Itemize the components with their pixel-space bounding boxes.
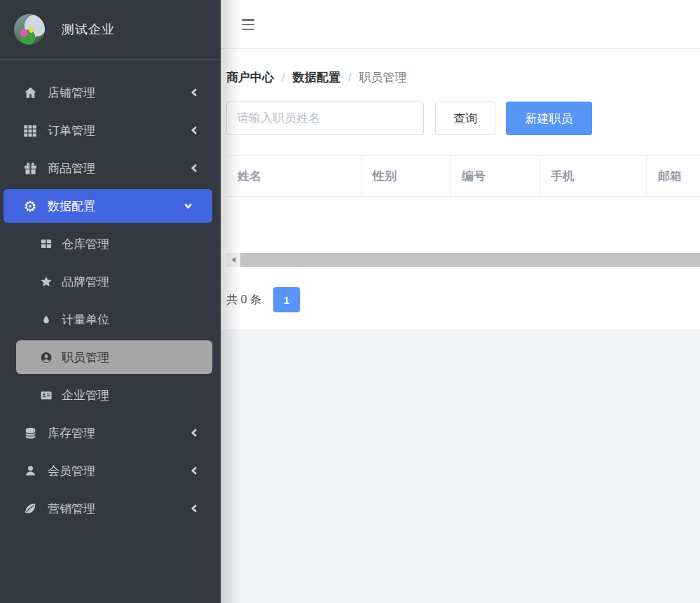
sidebar-item-marketing-management[interactable]: 营销管理 — [0, 492, 221, 525]
company-logo — [14, 14, 45, 45]
gift-icon — [22, 161, 38, 176]
leaf-icon — [22, 501, 38, 515]
table-header-number: 编号 — [451, 155, 540, 196]
chevron-left-icon — [189, 125, 198, 136]
sidebar-menu: 店铺管理 订单管理 — [0, 60, 221, 525]
sidebar-item-label: 店铺管理 — [48, 85, 95, 101]
table-header-name: 姓名 — [226, 155, 362, 196]
user-circle-icon — [40, 351, 53, 364]
sidebar-item-label: 会员管理 — [48, 463, 95, 479]
breadcrumb: 商户中心 / 数据配置 / 职员管理 — [226, 69, 406, 85]
breadcrumb-data-config[interactable]: 数据配置 — [293, 69, 341, 85]
sidebar-item-inventory-management[interactable]: 库存管理 — [0, 416, 221, 450]
sidebar-item-order-management[interactable]: 订单管理 — [0, 113, 221, 147]
main-content: 商户中心 / 数据配置 / 职员管理 查询 新建职员 姓名 性别 编号 手机 邮… — [221, 0, 700, 603]
table-icon — [40, 237, 53, 250]
table-header-email: 邮箱 — [647, 155, 700, 196]
sidebar-item-member-management[interactable]: 会员管理 — [0, 454, 221, 487]
sidebar-item-label: 商品管理 — [48, 160, 95, 176]
sidebar-item-label: 企业管理 — [62, 387, 109, 403]
chevron-down-icon — [183, 201, 193, 211]
sidebar-item-staff-management[interactable]: 职员管理 — [16, 340, 212, 374]
sidebar: 测试企业 店铺管理 订单管 — [0, 0, 221, 603]
table-header-mobile: 手机 — [540, 155, 647, 196]
breadcrumb-separator: / — [348, 71, 352, 85]
sidebar-item-brand-management[interactable]: 品牌管理 — [0, 265, 221, 298]
create-staff-button[interactable]: 新建职员 — [506, 102, 592, 135]
gear-icon: ⚙ — [22, 199, 38, 214]
staff-name-search-input[interactable] — [226, 102, 424, 135]
chevron-left-icon — [189, 503, 198, 514]
table-body-empty — [226, 197, 700, 253]
sidebar-item-data-config[interactable]: ⚙ 数据配置 — [4, 189, 212, 223]
sidebar-item-label: 职员管理 — [62, 349, 109, 366]
home-icon — [22, 85, 38, 100]
chevron-left-icon — [189, 465, 198, 476]
breadcrumb-current-page: 职员管理 — [359, 69, 406, 85]
breadcrumb-merchant-center[interactable]: 商户中心 — [226, 69, 274, 85]
hamburger-menu-icon[interactable] — [242, 19, 254, 30]
sidebar-item-label: 仓库管理 — [62, 236, 109, 252]
table-header-gender: 性别 — [362, 155, 451, 196]
table-header-row: 姓名 性别 编号 手机 邮箱 — [226, 155, 700, 197]
sidebar-item-label: 数据配置 — [48, 198, 95, 214]
pagination: 共 0 条 1 — [226, 287, 300, 312]
user-icon — [22, 464, 38, 478]
droplet-icon — [40, 313, 53, 326]
pagination-total-label: 共 0 条 — [226, 293, 261, 307]
id-card-icon — [40, 389, 53, 402]
sidebar-item-store-management[interactable]: 店铺管理 — [0, 76, 221, 109]
breadcrumb-separator: / — [282, 71, 285, 85]
grid-icon — [22, 123, 38, 137]
horizontal-scrollbar[interactable] — [226, 253, 700, 267]
chevron-left-icon — [189, 87, 198, 98]
sidebar-item-enterprise-management[interactable]: 企业管理 — [0, 378, 221, 412]
sidebar-item-warehouse-management[interactable]: 仓库管理 — [0, 227, 221, 261]
chevron-left-icon — [189, 162, 198, 174]
scrollbar-thumb[interactable] — [240, 253, 700, 267]
sidebar-item-product-management[interactable]: 商品管理 — [0, 151, 221, 185]
chevron-left-icon — [189, 427, 198, 438]
scrollbar-left-arrow-icon[interactable] — [226, 253, 240, 267]
star-icon — [40, 275, 53, 288]
sidebar-item-measure-units[interactable]: 计量单位 — [0, 303, 221, 336]
sidebar-header: 测试企业 — [0, 0, 221, 60]
database-icon — [22, 426, 38, 441]
sidebar-item-label: 库存管理 — [48, 425, 95, 441]
app-window: 测试企业 店铺管理 订单管 — [0, 0, 700, 603]
topbar — [221, 0, 700, 49]
company-name: 测试企业 — [62, 21, 115, 38]
sidebar-item-label: 营销管理 — [48, 501, 95, 517]
sidebar-item-label: 订单管理 — [48, 123, 95, 139]
staff-table: 姓名 性别 编号 手机 邮箱 — [226, 155, 700, 253]
sidebar-item-label: 计量单位 — [62, 312, 109, 328]
query-button[interactable]: 查询 — [435, 102, 495, 135]
pagination-page-1-button[interactable]: 1 — [273, 287, 300, 312]
sidebar-item-label: 品牌管理 — [62, 274, 109, 290]
